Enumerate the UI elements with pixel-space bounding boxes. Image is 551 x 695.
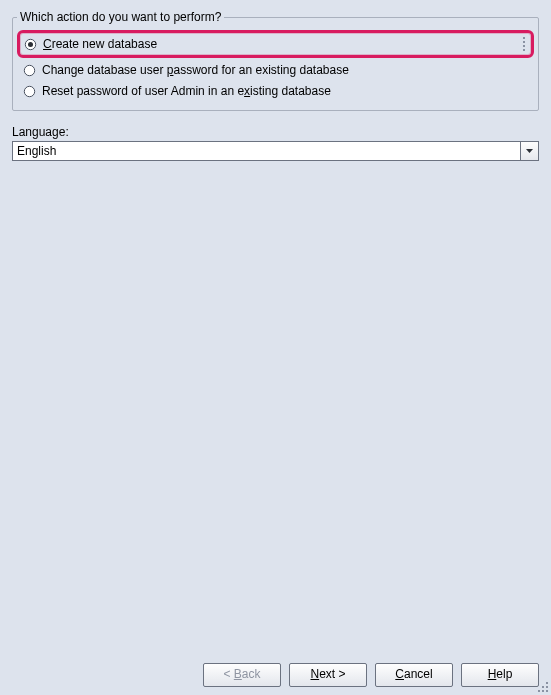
resize-grip-icon[interactable]: [536, 680, 550, 694]
action-fieldset: Which action do you want to perform? Cre…: [12, 10, 539, 111]
action-legend: Which action do you want to perform?: [17, 10, 224, 24]
svg-rect-6: [542, 686, 544, 688]
chevron-down-icon: [526, 149, 533, 153]
svg-point-3: [24, 86, 34, 96]
back-button: < Back: [203, 663, 281, 687]
svg-rect-8: [538, 690, 540, 692]
language-label: Language:: [12, 125, 539, 139]
svg-marker-4: [526, 149, 533, 153]
highlight-grip-icon: [522, 36, 527, 52]
language-value: English: [13, 142, 520, 160]
radio-label: Create new database: [43, 37, 157, 51]
radio-unselected-icon: [23, 85, 36, 98]
svg-rect-9: [542, 690, 544, 692]
radio-label: Reset password of user Admin in an exist…: [42, 84, 331, 98]
svg-point-1: [28, 42, 33, 47]
svg-point-2: [24, 65, 34, 75]
svg-rect-5: [546, 682, 548, 684]
radio-label: Change database user password for an exi…: [42, 63, 349, 77]
radio-selected-icon: [24, 38, 37, 51]
dropdown-button[interactable]: [520, 142, 538, 160]
help-button[interactable]: Help: [461, 663, 539, 687]
wizard-footer: < Back Next > Cancel Help: [0, 655, 551, 695]
radio-create-new-database[interactable]: Create new database: [17, 30, 534, 58]
cancel-button[interactable]: Cancel: [375, 663, 453, 687]
svg-rect-7: [546, 686, 548, 688]
language-dropdown[interactable]: English: [12, 141, 539, 161]
svg-rect-10: [546, 690, 548, 692]
radio-reset-admin-password[interactable]: Reset password of user Admin in an exist…: [19, 81, 532, 101]
next-button[interactable]: Next >: [289, 663, 367, 687]
radio-change-user-password[interactable]: Change database user password for an exi…: [19, 60, 532, 80]
radio-unselected-icon: [23, 64, 36, 77]
